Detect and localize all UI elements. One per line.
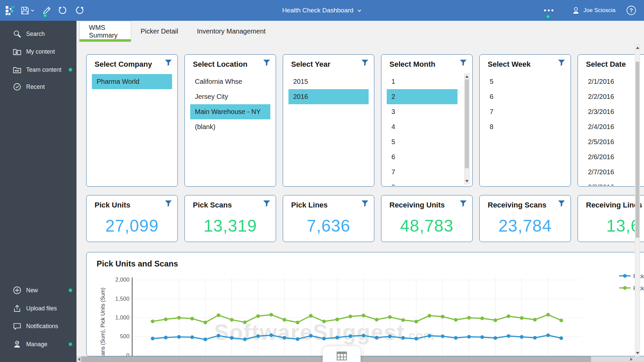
filter-option-label: 5 bbox=[387, 138, 395, 146]
filter-card-title: Select Week bbox=[488, 60, 531, 69]
filter-option-label: 2/8/2016 bbox=[583, 183, 614, 186]
my-content-icon bbox=[13, 47, 21, 56]
filter-funnel-icon[interactable] bbox=[263, 59, 270, 68]
filter-option[interactable]: Pharma World bbox=[92, 74, 172, 89]
filter-option[interactable]: 8 bbox=[485, 119, 565, 134]
filter-funnel-icon[interactable] bbox=[558, 200, 565, 208]
filter-funnel-icon[interactable] bbox=[165, 200, 172, 208]
filter-option-label: 2/5/2016 bbox=[583, 138, 614, 146]
tab-picker-detail[interactable]: Picker Detail bbox=[131, 21, 187, 42]
sidebar-item-new[interactable]: New bbox=[0, 283, 76, 298]
scroll-down-arrow-icon[interactable] bbox=[636, 352, 639, 354]
filter-option[interactable]: 2016 bbox=[288, 89, 369, 104]
filter-option-label: 7 bbox=[387, 168, 395, 176]
kpi-title: Receiving Scans bbox=[488, 201, 546, 209]
sidebar-item-notifications[interactable]: Notifications bbox=[0, 318, 76, 334]
dashboard-canvas: Select CompanyPharma WorldSelect Locatio… bbox=[76, 42, 644, 362]
chart-card: Pick Units and Scans Pick Scans (Sum), P… bbox=[86, 252, 644, 356]
chart-title: Pick Units and Scans bbox=[97, 259, 178, 268]
filter-option-label: 2016 bbox=[288, 93, 308, 101]
filter-option-label: 2015 bbox=[288, 78, 308, 85]
search-icon bbox=[13, 29, 21, 38]
filter-option-label: Main Warehouse - NY bbox=[190, 108, 261, 116]
vertical-scrollbar[interactable] bbox=[635, 45, 640, 356]
vertical-scrollbar-thumb[interactable] bbox=[636, 62, 639, 238]
filter-funnel-icon[interactable] bbox=[558, 59, 565, 68]
sidebar-item-team-content[interactable]: Team content bbox=[0, 62, 76, 77]
filter-funnel-icon[interactable] bbox=[165, 59, 172, 68]
filter-option[interactable]: 5 bbox=[485, 74, 565, 89]
filter-option[interactable]: Jersey City bbox=[190, 89, 270, 104]
sidebar-item-search[interactable]: Search bbox=[0, 26, 76, 42]
filter-option[interactable]: 2015 bbox=[288, 74, 369, 89]
kpi-value: 7,636 bbox=[283, 216, 374, 236]
filter-option[interactable]: Main Warehouse - NY bbox=[190, 104, 270, 119]
filter-option[interactable]: 7 bbox=[485, 104, 565, 119]
legend-item[interactable]: Pick Scans (Sum) bbox=[619, 273, 644, 280]
filter-option[interactable]: 3 bbox=[387, 104, 458, 119]
filter-card-select-location: Select LocationCalifornia WhseJersey Cit… bbox=[184, 54, 276, 187]
title-chevron-down-icon bbox=[357, 8, 362, 13]
user-avatar-icon bbox=[572, 6, 580, 15]
scroll-right-arrow-icon[interactable] bbox=[630, 358, 633, 361]
filter-funnel-icon[interactable] bbox=[263, 200, 270, 208]
filter-option[interactable]: 7 bbox=[387, 165, 458, 180]
legend-marker-icon bbox=[619, 274, 631, 280]
filter-option[interactable]: (blank) bbox=[190, 119, 270, 134]
filter-funnel-icon[interactable] bbox=[460, 200, 467, 208]
filter-option[interactable]: 8 bbox=[387, 180, 458, 186]
sidebar-item-my-content[interactable]: My content bbox=[0, 44, 76, 59]
tab-wms-summary[interactable]: WMS Summary bbox=[79, 21, 131, 42]
sidebar-item-label: Recent bbox=[26, 83, 45, 90]
filter-option[interactable]: 1 bbox=[387, 74, 458, 89]
show-data-grid-button[interactable] bbox=[323, 346, 361, 362]
filter-list-scrollbar[interactable] bbox=[464, 73, 470, 184]
sidebar-item-label: Notifications bbox=[26, 323, 58, 330]
tab-label: Inventory Management bbox=[197, 27, 266, 35]
filter-option[interactable]: 4 bbox=[387, 119, 458, 134]
user-menu[interactable]: Joe Scioscia bbox=[572, 0, 615, 21]
filter-option[interactable]: California Whse bbox=[190, 74, 270, 89]
filter-option[interactable]: 2 bbox=[387, 89, 458, 104]
filter-option[interactable]: 5 bbox=[387, 134, 458, 149]
scrollbar-thumb[interactable] bbox=[465, 79, 469, 168]
tab-inventory-management[interactable]: Inventory Management bbox=[187, 21, 275, 42]
more-options-teal-indicator bbox=[546, 14, 550, 19]
scroll-up-arrow-icon[interactable] bbox=[636, 47, 639, 49]
sidebar-item-upload-files[interactable]: Upload files bbox=[0, 301, 76, 316]
filter-option-label: 2/4/2016 bbox=[583, 123, 614, 131]
y-tick-label: 1,000 bbox=[109, 314, 129, 321]
scroll-down-arrow-icon[interactable] bbox=[465, 180, 469, 182]
filter-option[interactable]: 6 bbox=[485, 89, 565, 104]
filter-option[interactable]: 6 bbox=[387, 149, 458, 165]
sidebar-item-label: New bbox=[26, 287, 38, 294]
sidebar-item-recent[interactable]: Recent bbox=[0, 79, 76, 95]
filter-option-list: 12345678 bbox=[381, 74, 472, 186]
scroll-up-arrow-icon[interactable] bbox=[465, 75, 469, 78]
sidebar-item-label: Upload files bbox=[26, 305, 57, 312]
kpi-value: 13,319 bbox=[185, 216, 276, 236]
more-options-icon[interactable] bbox=[541, 0, 556, 21]
filter-option-list: 20152016 bbox=[283, 74, 374, 186]
sidebar-item-manage[interactable]: Manage bbox=[0, 337, 76, 352]
filter-funnel-icon[interactable] bbox=[361, 59, 369, 68]
teal-status-badge bbox=[68, 288, 72, 292]
tab-bar: WMS SummaryPicker DetailInventory Manage… bbox=[76, 21, 644, 42]
legend-item[interactable]: Pick Units (Sum) bbox=[619, 285, 644, 292]
filter-card-title: Select Date bbox=[586, 60, 626, 69]
filter-option-label: 3 bbox=[387, 108, 395, 116]
kpi-card-pick-lines: Pick Lines7,636 bbox=[283, 195, 374, 242]
filter-option-label: 5 bbox=[485, 78, 493, 85]
kpi-title: Pick Units bbox=[95, 201, 130, 209]
filter-funnel-icon[interactable] bbox=[361, 200, 369, 208]
filter-option-label: 6 bbox=[485, 93, 493, 101]
filter-option-label: 2 bbox=[387, 93, 395, 101]
app-header: Health Check Dashboard Joe Scioscia ? bbox=[0, 0, 644, 21]
help-icon[interactable]: ? bbox=[625, 0, 638, 21]
scroll-left-arrow-icon[interactable] bbox=[78, 358, 80, 361]
chart-y-axis-label: Pick Scans (Sum), Pick Units (Sum) bbox=[100, 279, 106, 356]
kpi-title: Receiving Units bbox=[389, 201, 445, 209]
kpi-card-pick-scans: Pick Scans13,319 bbox=[184, 195, 276, 242]
filter-card-title: Select Year bbox=[291, 60, 330, 69]
filter-funnel-icon[interactable] bbox=[460, 59, 467, 68]
